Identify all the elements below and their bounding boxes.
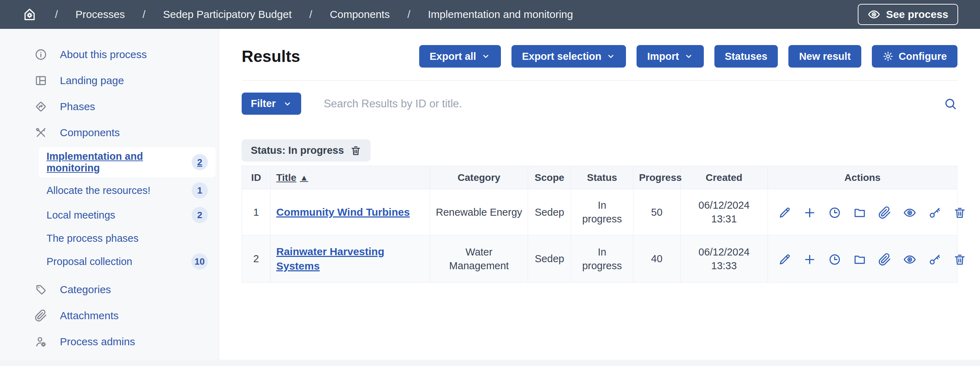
column-header-status: Status — [571, 166, 633, 189]
cell-created: 06/12/2024 13:33 — [680, 235, 768, 283]
footer-strip — [0, 360, 980, 366]
sidebar-item-phases[interactable]: Phases — [0, 93, 219, 120]
breadcrumb-process-name[interactable]: Sedep Participatory Budget — [163, 8, 292, 21]
count-badge: 1 — [192, 182, 208, 198]
import-button[interactable]: Import — [636, 45, 703, 68]
count-badge: 10 — [191, 254, 208, 269]
edit-button[interactable] — [778, 253, 791, 266]
permissions-button[interactable] — [928, 206, 941, 219]
search-input[interactable] — [323, 97, 936, 111]
count-badge: 2 — [192, 207, 208, 223]
active-filters: Status: In progress — [242, 139, 958, 162]
cell-title: Rainwater Harvesting Systems — [270, 235, 430, 283]
breadcrumb-components[interactable]: Components — [330, 8, 390, 21]
plus-icon — [803, 206, 816, 219]
eye-icon — [903, 253, 916, 266]
see-process-button[interactable]: See process — [858, 4, 958, 25]
cell-progress: 50 — [633, 189, 680, 235]
phases-diamond-icon — [35, 100, 47, 113]
sidebar-item-attachments[interactable]: Attachments — [0, 303, 219, 329]
export-selection-label: Export selection — [522, 51, 602, 62]
filter-row: Filter — [242, 93, 958, 115]
permissions-button[interactable] — [928, 253, 941, 266]
admin-screen: / Processes / Sedep Participatory Budget… — [0, 0, 980, 366]
clock-icon — [828, 206, 841, 219]
column-header-title: Title ▲ — [270, 166, 430, 189]
search-icon — [943, 97, 958, 111]
trash-icon — [953, 253, 966, 266]
sidebar-item-label: Attachments — [60, 310, 119, 322]
sort-ascending-icon: ▲ — [300, 173, 308, 183]
export-selection-button[interactable]: Export selection — [511, 45, 626, 68]
table-row: 2 Rainwater Harvesting Systems Water Man… — [242, 235, 958, 283]
paperclip-icon — [878, 206, 891, 219]
sidebar-subitem-implementation-and-monitoring[interactable]: Implementation and monitoring 2 — [39, 147, 216, 177]
filter-button[interactable]: Filter — [242, 93, 301, 115]
cell-actions — [768, 235, 957, 283]
count-badge: 2 — [192, 154, 208, 170]
attachments-button[interactable] — [878, 206, 891, 219]
trash-icon — [350, 145, 361, 156]
sort-by-title[interactable]: Title ▲ — [276, 172, 308, 183]
sidebar-subitem-proposal-collection[interactable]: Proposal collection 10 — [39, 250, 216, 273]
edit-button[interactable] — [778, 206, 791, 219]
breadcrumb-separator: / — [309, 8, 312, 21]
remove-filter-button[interactable] — [350, 145, 361, 156]
subitem-label: Allocate the resources! — [46, 185, 150, 196]
created-time: 13:31 — [686, 212, 762, 226]
status-filter-chip: Status: In progress — [242, 139, 371, 162]
trash-icon — [953, 206, 966, 219]
subitem-label: The process phases — [46, 233, 138, 244]
add-child-button[interactable] — [803, 253, 816, 266]
result-title-link[interactable]: Community Wind Turbines — [276, 206, 410, 218]
eye-icon — [903, 206, 916, 219]
cell-status: In progress — [571, 189, 633, 235]
gear-icon — [883, 51, 894, 62]
preview-button[interactable] — [903, 253, 916, 266]
delete-button[interactable] — [953, 253, 966, 266]
preview-button[interactable] — [903, 206, 916, 219]
sidebar-subitem-the-process-phases[interactable]: The process phases — [39, 228, 216, 249]
subitem-label: Proposal collection — [46, 256, 132, 268]
breadcrumb-current-component[interactable]: Implementation and monitoring — [428, 8, 573, 21]
export-all-button[interactable]: Export all — [419, 45, 501, 68]
folder-button[interactable] — [853, 206, 866, 219]
breadcrumb-processes[interactable]: Processes — [75, 8, 125, 21]
subitem-label: Implementation and monitoring — [46, 151, 187, 174]
created-time: 13:33 — [686, 259, 762, 273]
cell-status: In progress — [571, 235, 633, 283]
sidebar-item-moderations[interactable]: Moderations — [0, 355, 219, 360]
sidebar-item-label: Categories — [60, 284, 111, 296]
new-result-button[interactable]: New result — [788, 45, 861, 68]
sidebar-item-process-admins[interactable]: Process admins — [0, 329, 219, 355]
column-header-category: Category — [430, 166, 528, 189]
sidebar-item-about[interactable]: About this process — [0, 41, 219, 68]
timeline-button[interactable] — [828, 206, 841, 219]
home-gear-icon — [22, 7, 37, 22]
sidebar-item-label: About this process — [60, 49, 147, 60]
result-title-link[interactable]: Rainwater Harvesting Systems — [276, 246, 384, 272]
timeline-button[interactable] — [828, 253, 841, 266]
attachments-button[interactable] — [878, 253, 891, 266]
results-table: ID Title ▲ Category Scope Status Progres… — [242, 166, 958, 283]
results-main: Results Export all Export selection — [219, 29, 980, 360]
statuses-button[interactable]: Statuses — [714, 45, 778, 68]
results-header: Results Export all Export selection — [242, 29, 958, 81]
sidebar-subitem-local-meetings[interactable]: Local meetings 2 — [39, 203, 216, 227]
cell-id: 1 — [242, 189, 270, 235]
folder-icon — [853, 253, 866, 266]
cell-progress: 40 — [633, 235, 680, 283]
configure-button[interactable]: Configure — [872, 45, 958, 68]
sidebar-subitem-allocate-the-resources[interactable]: Allocate the resources! 1 — [39, 179, 216, 202]
status-filter-chip-label: Status: In progress — [251, 145, 344, 156]
sidebar-item-categories[interactable]: Categories — [0, 277, 219, 303]
delete-button[interactable] — [953, 206, 966, 219]
import-label: Import — [647, 51, 679, 62]
search-button[interactable] — [943, 97, 958, 111]
subitem-label: Local meetings — [46, 209, 115, 221]
home-button[interactable] — [22, 7, 37, 22]
sidebar-item-landing-page[interactable]: Landing page — [0, 68, 219, 93]
sidebar-item-components[interactable]: Components — [0, 120, 219, 146]
add-child-button[interactable] — [803, 206, 816, 219]
folder-button[interactable] — [853, 253, 866, 266]
